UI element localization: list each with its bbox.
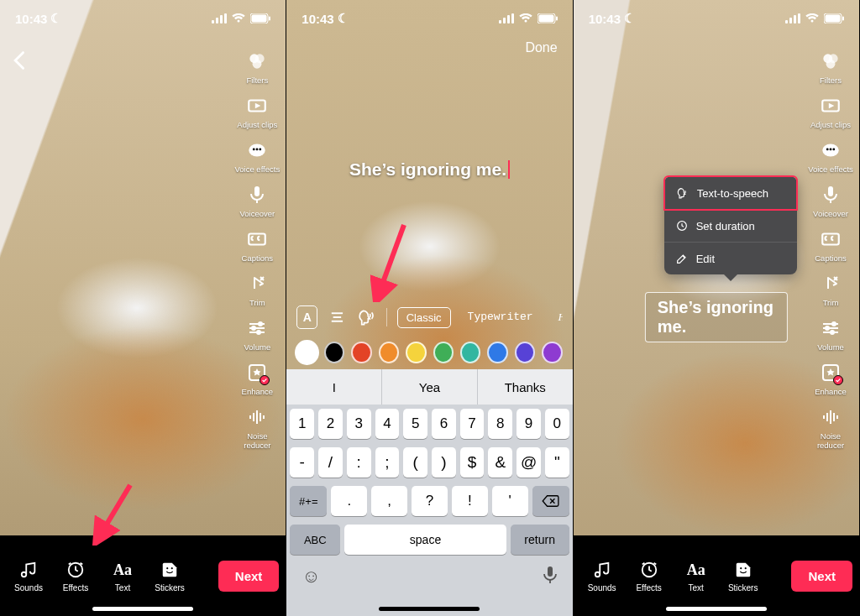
enhance-tool[interactable]: Enhance xyxy=(807,360,854,396)
color-swatch[interactable] xyxy=(351,342,371,363)
color-swatch[interactable] xyxy=(406,342,426,363)
key[interactable]: 3 xyxy=(347,409,371,439)
color-swatch[interactable] xyxy=(460,342,480,363)
volume-tool[interactable]: Volume xyxy=(807,316,854,352)
key[interactable]: 2 xyxy=(318,409,343,439)
color-swatch[interactable] xyxy=(542,342,562,363)
noise-reducer-tool[interactable]: Noise reducer xyxy=(233,405,281,450)
key[interactable]: , xyxy=(371,486,407,516)
enhance-badge-icon xyxy=(833,375,843,385)
svg-rect-0 xyxy=(212,20,214,23)
noise-reducer-tool[interactable]: Noise reducer xyxy=(807,405,854,450)
key[interactable]: ) xyxy=(432,447,456,478)
stickers-button[interactable]: Stickers xyxy=(148,559,191,593)
suggestion[interactable]: Yea xyxy=(382,369,478,405)
dictation-key[interactable] xyxy=(543,566,558,587)
keyboard-row-space: ABC space return xyxy=(286,520,572,559)
filters-tool[interactable]: Filters xyxy=(807,49,854,85)
trim-icon xyxy=(818,271,843,296)
text-button[interactable]: Aa Text xyxy=(674,559,718,593)
key[interactable]: " xyxy=(545,447,569,478)
status-icons xyxy=(499,13,558,23)
font-chip-handwriting[interactable]: Han xyxy=(550,307,563,328)
key-numshift[interactable]: #+= xyxy=(290,486,327,516)
font-chip-classic[interactable]: Classic xyxy=(397,307,451,328)
color-swatch[interactable] xyxy=(487,342,507,363)
key[interactable]: 0 xyxy=(545,409,569,439)
key[interactable]: 4 xyxy=(375,409,400,439)
next-button[interactable]: Next xyxy=(791,561,852,592)
key[interactable]: ? xyxy=(412,486,448,516)
home-indicator[interactable] xyxy=(379,607,480,611)
sounds-button[interactable]: Sounds xyxy=(7,559,50,593)
color-swatch[interactable] xyxy=(379,342,399,363)
trim-tool[interactable]: Trim xyxy=(233,271,281,307)
label: Effects xyxy=(636,583,661,593)
key-space[interactable]: space xyxy=(344,525,506,555)
back-button[interactable] xyxy=(8,49,32,72)
filters-tool[interactable]: Filters xyxy=(233,49,281,85)
key-abc[interactable]: ABC xyxy=(290,525,340,555)
enhance-tool[interactable]: Enhance xyxy=(233,360,281,396)
key[interactable]: 6 xyxy=(432,409,456,439)
trim-tool[interactable]: Trim xyxy=(807,271,854,307)
label: Effects xyxy=(63,583,88,593)
menu-text-to-speech[interactable]: Text-to-speech xyxy=(663,175,798,211)
key[interactable]: 5 xyxy=(403,409,427,439)
effects-button[interactable]: Effects xyxy=(627,559,671,593)
key[interactable]: ; xyxy=(375,447,400,478)
menu-edit[interactable]: Edit xyxy=(664,243,797,274)
home-indicator[interactable] xyxy=(92,607,193,611)
key[interactable]: ! xyxy=(452,486,488,516)
key[interactable]: : xyxy=(347,447,371,478)
key[interactable]: $ xyxy=(460,447,485,478)
voice-effects-tool[interactable]: Voice effects xyxy=(233,138,281,174)
suggestion[interactable]: Thanks xyxy=(478,369,573,405)
key[interactable]: 9 xyxy=(517,409,541,439)
key[interactable]: ' xyxy=(492,486,528,516)
text-input-overlay[interactable]: She’s ignoring me. xyxy=(286,159,572,180)
key[interactable]: ( xyxy=(403,447,427,478)
emoji-key[interactable]: ☺ xyxy=(302,566,320,587)
color-swatch[interactable] xyxy=(324,342,344,363)
color-swatch[interactable] xyxy=(515,342,535,363)
effects-button[interactable]: Effects xyxy=(54,559,97,593)
tts-head-icon[interactable] xyxy=(357,306,376,328)
font-chip-typewriter[interactable]: Typewriter xyxy=(459,307,542,328)
voiceover-tool[interactable]: Voiceover xyxy=(807,182,854,218)
color-swatch[interactable] xyxy=(296,342,317,363)
suggestion[interactable]: I xyxy=(286,369,382,405)
sounds-button[interactable]: Sounds xyxy=(580,559,624,593)
voiceover-tool[interactable]: Voiceover xyxy=(233,182,281,218)
next-button[interactable]: Next xyxy=(218,561,280,592)
key[interactable]: . xyxy=(331,486,367,516)
svg-rect-40 xyxy=(507,15,510,23)
key[interactable]: 1 xyxy=(290,409,314,439)
text-button[interactable]: Aa Text xyxy=(101,559,144,593)
key[interactable]: 8 xyxy=(488,409,512,439)
captions-tool[interactable]: Captions xyxy=(233,227,281,263)
key[interactable]: - xyxy=(290,447,314,478)
filters-icon xyxy=(818,49,843,74)
done-button[interactable]: Done xyxy=(525,40,557,55)
label: Stickers xyxy=(155,583,185,593)
key[interactable]: @ xyxy=(517,447,541,478)
stickers-button[interactable]: Stickers xyxy=(721,559,765,593)
text-style-toggle[interactable]: A xyxy=(296,305,317,329)
key[interactable]: / xyxy=(318,447,343,478)
menu-set-duration[interactable]: Set duration xyxy=(664,210,797,243)
key-return[interactable]: return xyxy=(511,525,569,555)
key[interactable]: 7 xyxy=(460,409,485,439)
adjust-clips-tool[interactable]: Adjust clips xyxy=(233,93,281,129)
text-overlay-selected[interactable]: She’s ignoring me. xyxy=(645,292,788,342)
align-icon[interactable] xyxy=(328,306,347,328)
svg-point-63 xyxy=(826,60,836,69)
adjust-clips-tool[interactable]: Adjust clips xyxy=(807,93,854,129)
color-swatch[interactable] xyxy=(433,342,454,363)
home-indicator[interactable] xyxy=(666,607,767,611)
voice-effects-tool[interactable]: Voice effects xyxy=(807,138,854,174)
key[interactable]: & xyxy=(488,447,512,478)
key-backspace[interactable] xyxy=(532,486,569,516)
captions-tool[interactable]: Captions xyxy=(807,227,854,263)
volume-tool[interactable]: Volume xyxy=(233,316,281,352)
